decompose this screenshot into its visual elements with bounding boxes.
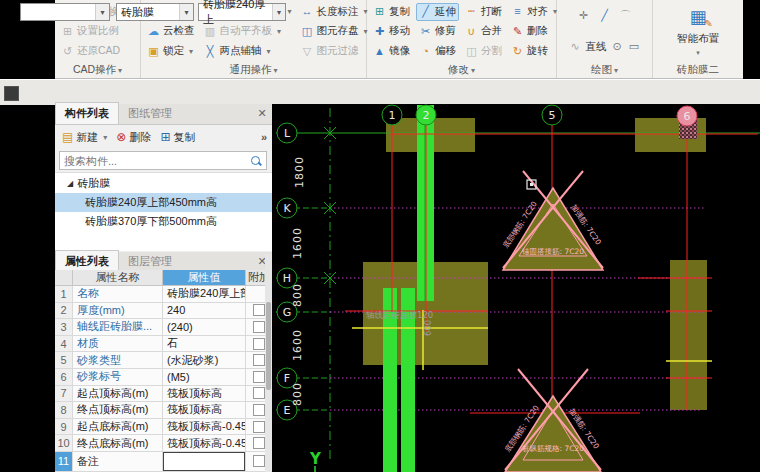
axis-bubble-5[interactable]: 5: [542, 105, 562, 125]
save-element-button[interactable]: ◫ 图元存盘: [298, 22, 371, 40]
attach-checkbox[interactable]: [253, 338, 265, 350]
draw-group-label[interactable]: 绘图: [557, 63, 652, 78]
svg-text:F: F: [284, 372, 290, 385]
tab-drawing-management[interactable]: 图纸管理: [119, 103, 181, 124]
length-dimension-button[interactable]: ↔ 长度标注: [298, 3, 371, 21]
delete-button[interactable]: ✎ 删除: [508, 22, 560, 40]
smart-layout-dropdown-arrow[interactable]: ▾: [696, 49, 700, 57]
align-button[interactable]: ≡ 对齐: [508, 3, 560, 21]
delete-component-button[interactable]: ⊗ 删除: [116, 130, 151, 145]
attach-checkbox[interactable]: [253, 437, 265, 449]
save-element-label: 图元存盘: [317, 24, 359, 38]
element-type-combo-arrow-icon[interactable]: [179, 4, 193, 20]
property-row-end-top-elev[interactable]: 8 终点顶标高(m) 筏板顶标高: [55, 402, 272, 419]
break-button[interactable]: ┉ 打断: [462, 3, 505, 21]
more-actions-icon[interactable]: [261, 131, 267, 143]
svg-text:1: 1: [389, 109, 396, 122]
property-row-mortar-grade[interactable]: 6 砂浆标号 (M5): [55, 369, 272, 386]
line-tool-label[interactable]: 直线: [586, 40, 607, 54]
dim-800-a: 800: [291, 283, 304, 307]
property-row-end-bottom-elev[interactable]: 10 终点底标高(m) 筏板顶标高-0.45: [55, 435, 272, 452]
mold-group-label[interactable]: 砖胎膜二: [653, 63, 743, 78]
lock-button[interactable]: ▣ 锁定: [144, 42, 198, 60]
mold-band-right[interactable]: [670, 260, 707, 410]
attach-checkbox[interactable]: [253, 321, 265, 333]
header-property-name[interactable]: 属性名称: [73, 270, 163, 285]
new-component-button[interactable]: ▤ 新建: [62, 130, 107, 145]
tree-item-mold-370[interactable]: 砖胎膜370厚下部500mm高: [55, 212, 272, 231]
header-property-value[interactable]: 属性值: [163, 270, 246, 285]
attach-checkbox[interactable]: [253, 371, 265, 383]
search-input[interactable]: [60, 154, 249, 168]
tab-property-list[interactable]: 属性列表: [55, 250, 119, 272]
axis-bubble-2[interactable]: 2: [416, 105, 436, 125]
axis-bubble-L[interactable]: L: [277, 123, 297, 143]
attach-checkbox[interactable]: [253, 404, 265, 416]
two-point-axis-button[interactable]: ╳ 两点辅轴: [201, 42, 295, 60]
property-row-material[interactable]: 4 材质 石: [55, 336, 272, 353]
axis-bubble-1[interactable]: 1: [382, 105, 402, 125]
trim-icon: ✂: [419, 25, 432, 38]
element-type-combo[interactable]: 砖胎膜: [116, 3, 194, 21]
attach-checkbox[interactable]: [253, 304, 265, 316]
attach-checkbox[interactable]: [253, 354, 265, 366]
trim-button[interactable]: ✂ 修剪: [416, 22, 459, 40]
tree-node-brick-mold[interactable]: 砖胎膜: [55, 173, 272, 193]
tab-layer-management[interactable]: 图层管理: [119, 251, 181, 272]
spline-tool-icon[interactable]: ∿: [569, 40, 582, 53]
element-name-combo[interactable]: 砖胎膜240厚上: [198, 3, 286, 21]
property-row-thickness[interactable]: 2 厚度(mm) 240: [55, 303, 272, 320]
cad-canvas[interactable]: 底部钢筋: 7C20 加强筋: 7C20 锚固搭接筋: 7C20 底部钢筋: 7…: [270, 104, 760, 472]
split-button[interactable]: ◫ 分割: [462, 42, 505, 60]
point-tool-icon[interactable]: ✛: [577, 9, 590, 22]
panel-collapse-button[interactable]: [4, 86, 19, 101]
copy-label: 复制: [173, 130, 195, 145]
smart-layout-body: ▦ 智能布置 ▾: [653, 0, 743, 63]
attach-checkbox[interactable]: [253, 455, 265, 467]
circle-tool-icon[interactable]: ⊙: [611, 40, 624, 53]
general-group-label[interactable]: 通用操作: [141, 63, 366, 78]
axis-bubble-6[interactable]: 6: [677, 106, 697, 126]
rect-tool-icon[interactable]: ▭: [628, 40, 641, 53]
line-tool-icon[interactable]: ╱: [598, 9, 611, 22]
move-button[interactable]: ✚ 移动: [370, 22, 413, 40]
attach-checkbox[interactable]: [253, 387, 265, 399]
tree-item-mold-240[interactable]: 砖胎膜240厚上部450mm高: [55, 193, 272, 212]
search-icon[interactable]: [249, 154, 263, 168]
modify-group-label[interactable]: 修改: [367, 63, 556, 78]
offset-button[interactable]: ◔ 偏移: [416, 42, 459, 60]
copy-component-button[interactable]: ⊞ 复制: [160, 130, 195, 145]
property-row-remark[interactable]: 11 备注: [55, 452, 272, 472]
arc-tool-icon[interactable]: ⌒: [619, 9, 632, 22]
property-row-name[interactable]: 1 名称 砖胎膜240厚上部...: [55, 286, 272, 303]
property-row-start-top-elev[interactable]: 7 起点顶标高(m) 筏板顶标高: [55, 386, 272, 403]
merge-button[interactable]: ∪ 合并: [462, 22, 505, 40]
tab-component-list[interactable]: 构件列表: [55, 102, 119, 124]
set-scale-button[interactable]: ⊞ 设置比例: [58, 22, 123, 40]
copy-button[interactable]: ⊞ 复制: [370, 3, 413, 21]
remark-input[interactable]: [163, 452, 245, 471]
cloud-check-button[interactable]: ☁ 云检查: [144, 22, 198, 40]
property-scrollbar[interactable]: [265, 254, 272, 472]
mirror-button[interactable]: ▲ 镜像: [370, 42, 413, 60]
attach-checkbox[interactable]: [253, 421, 265, 433]
property-row-mortar-type[interactable]: 5 砂浆类型 (水泥砂浆): [55, 352, 272, 369]
cad-group-label[interactable]: CAD操作: [55, 63, 140, 78]
property-row-axis-distance[interactable]: 3 轴线距砖胎膜... (240): [55, 319, 272, 336]
tree-expand-icon[interactable]: [67, 179, 73, 188]
property-row-start-bottom-elev[interactable]: 9 起点底标高(m) 筏板顶标高-0.45: [55, 419, 272, 436]
close-icon[interactable]: [256, 107, 268, 119]
floor-combo-arrow-icon[interactable]: [95, 4, 109, 20]
element-filter-button[interactable]: ▽ 图元过滤: [298, 42, 371, 60]
smart-layout-button[interactable]: 智能布置: [677, 32, 719, 46]
axis-bubble-K[interactable]: K: [277, 198, 297, 218]
extend-button[interactable]: ╱ 延伸: [416, 3, 459, 21]
element-name-combo-arrow-icon[interactable]: [272, 4, 285, 20]
floor-combo[interactable]: [20, 3, 110, 21]
scrollbar-thumb[interactable]: [266, 302, 271, 390]
set-scale-label: 设置比例: [77, 24, 119, 38]
rotate-button[interactable]: ↻ 旋转: [508, 42, 560, 60]
component-panel-tabs: 构件列表 图纸管理: [55, 104, 272, 125]
svg-text:E: E: [284, 404, 291, 417]
restore-cad-button[interactable]: ↺ 还原CAD: [58, 42, 123, 60]
